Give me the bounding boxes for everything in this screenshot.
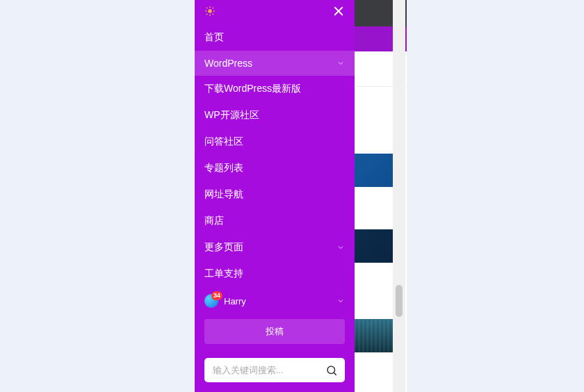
- menu-item-community[interactable]: WP开源社区: [195, 102, 355, 129]
- menu-label: 更多页面: [204, 241, 243, 254]
- menu-item-shop[interactable]: 商店: [195, 208, 355, 234]
- nav-drawer: 首页 WordPress 下载WordPress最新版 WP开源社区 问答社区 …: [195, 0, 355, 392]
- svg-point-14: [327, 366, 335, 374]
- drawer-menu: 首页 WordPress 下载WordPress最新版 WP开源社区 问答社区 …: [195, 24, 355, 287]
- menu-label: 问答社区: [204, 136, 243, 148]
- chevron-down-icon: [336, 59, 345, 67]
- menu-label: 专题列表: [204, 162, 243, 174]
- avatar: 34: [204, 294, 218, 308]
- menu-label: 商店: [204, 215, 224, 227]
- menu-item-home[interactable]: 首页: [195, 24, 355, 51]
- menu-item-wordpress[interactable]: WordPress: [195, 51, 355, 76]
- menu-item-download-wp[interactable]: 下载WordPress最新版: [195, 76, 355, 102]
- svg-line-9: [213, 13, 213, 14]
- drawer-search: [204, 358, 345, 382]
- user-name: Harry: [224, 296, 246, 307]
- scrollbar-track[interactable]: [393, 0, 405, 392]
- menu-item-qa[interactable]: 问答社区: [195, 129, 355, 155]
- chevron-down-icon: [336, 297, 345, 305]
- menu-label: WordPress: [204, 58, 252, 69]
- submit-post-button[interactable]: 投稿: [204, 319, 345, 344]
- notification-badge: 34: [211, 291, 222, 300]
- svg-line-8: [206, 8, 207, 8]
- close-drawer-button[interactable]: [332, 5, 345, 20]
- menu-label: 工单支持: [204, 268, 243, 280]
- svg-line-15: [334, 373, 336, 375]
- menu-label: WP开源社区: [204, 109, 259, 122]
- screenshot-stage: 购买我们 光 WordP 如何创建与实用指 Worl 1天前 Wo: [0, 0, 584, 392]
- menu-item-ticket[interactable]: 工单支持: [195, 261, 355, 287]
- svg-line-10: [206, 13, 207, 14]
- menu-label: 网址导航: [204, 188, 243, 201]
- menu-item-topics[interactable]: 专题列表: [195, 155, 355, 181]
- drawer-header: [195, 0, 355, 24]
- chevron-down-icon: [336, 243, 345, 252]
- menu-item-more[interactable]: 更多页面: [195, 234, 355, 261]
- theme-toggle-icon[interactable]: [204, 6, 216, 19]
- svg-line-11: [213, 8, 213, 8]
- search-input[interactable]: [204, 358, 345, 382]
- scrollbar-thumb[interactable]: [396, 285, 403, 317]
- search-icon[interactable]: [325, 364, 338, 377]
- menu-label: 下载WordPress最新版: [204, 83, 301, 95]
- drawer-user-row[interactable]: 34 Harry: [195, 287, 355, 315]
- svg-point-3: [208, 9, 211, 13]
- menu-item-nav[interactable]: 网址导航: [195, 181, 355, 208]
- menu-label: 首页: [204, 31, 224, 44]
